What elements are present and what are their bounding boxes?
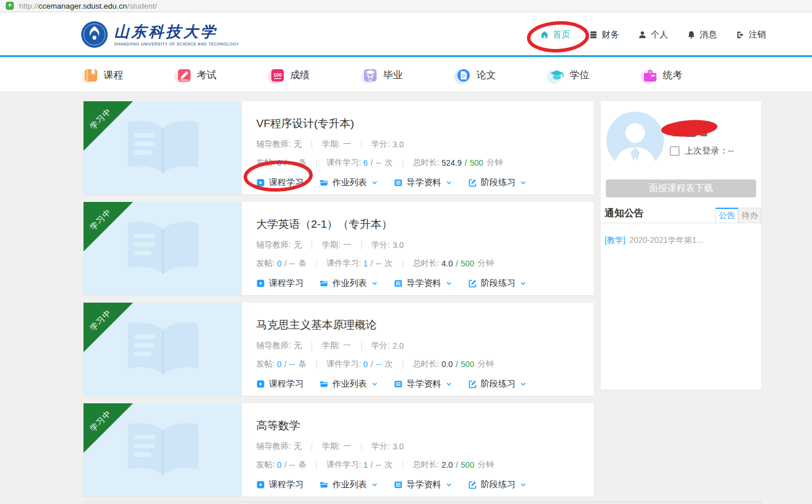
course-info: 大学英语（2-1）（专升本） 辅导教师: 无 学期: 一 学分: 3.0 发帖:…	[242, 202, 594, 295]
action-label: 课程学习	[269, 379, 303, 390]
sub-nav-item[interactable]: 100 成绩	[270, 68, 310, 83]
slash: /	[371, 259, 373, 268]
course-stats: 发帖: 0 / -- 条 课件学习: 1 / -- 次 总时长: 4.0 / 5…	[256, 258, 583, 269]
lessons-unit: 次	[385, 158, 393, 168]
browser-address-bar[interactable]: + http://ccemanager.sdust.edu.cn/student…	[0, 0, 812, 12]
duration-value: 0.0	[442, 360, 453, 369]
guide-materials-link[interactable]: 导学资料	[394, 479, 452, 490]
lessons-count: 0	[363, 360, 368, 369]
finance-icon	[589, 30, 598, 39]
exam-icon	[177, 68, 192, 83]
posts-count: 0	[277, 460, 282, 469]
action-label: 作业列表	[332, 379, 367, 390]
sub-nav-label: 毕业	[383, 68, 403, 82]
course-stats: 发帖: 0 / -- 条 课件学习: 0 / -- 次 总时长: 0.0 / 5…	[256, 359, 583, 369]
posts-label: 发帖:	[256, 258, 275, 269]
logout-icon	[736, 30, 745, 39]
posts-unit: 条	[298, 258, 306, 269]
action-label: 课程学习	[269, 278, 303, 289]
course-actions: 课程学习 作业列表 导学资料 阶段练习	[256, 278, 583, 289]
course-title[interactable]: 大学英语（2-1）（专升本）	[256, 217, 583, 232]
guide-materials-link[interactable]: 导学资料	[394, 278, 452, 289]
sub-nav-item[interactable]: 统考	[643, 68, 682, 83]
teacher-label: 辅导教师:	[256, 240, 291, 250]
duration-unit: 分钟	[487, 158, 503, 168]
homework-list-link[interactable]: 作业列表	[320, 479, 378, 490]
top-nav-item[interactable]: 首页	[540, 29, 570, 40]
list-icon	[394, 480, 403, 489]
user-avatar[interactable]	[606, 112, 664, 169]
course-thumbnail[interactable]: 学习中	[84, 403, 242, 497]
sub-nav-label: 考试	[197, 68, 217, 82]
course-study-link[interactable]: 课程学习	[256, 479, 303, 490]
course-thumbnail[interactable]: 学习中	[84, 101, 242, 194]
posts-unit: 条	[298, 460, 306, 470]
lessons-unit: 次	[385, 359, 393, 369]
top-nav-item[interactable]: 个人	[638, 29, 668, 40]
course-study-link[interactable]: 课程学习	[256, 278, 303, 289]
home-icon	[540, 30, 549, 39]
slash: /	[284, 360, 287, 369]
divider	[361, 442, 362, 451]
course-title[interactable]: 马克思主义基本原理概论	[256, 318, 583, 333]
duration-total: 500	[461, 259, 474, 268]
course-thumbnail[interactable]: 学习中	[84, 202, 242, 295]
sub-nav-label: 统考	[663, 68, 682, 82]
edit-icon	[468, 178, 477, 187]
stage-practice-link[interactable]: 阶段练习	[468, 379, 526, 390]
stage-practice-link[interactable]: 阶段练习	[468, 479, 526, 490]
action-label: 阶段练习	[481, 278, 515, 289]
divider	[316, 360, 317, 369]
svg-text:100: 100	[273, 72, 282, 78]
lessons-total: --	[375, 460, 381, 469]
top-nav-label: 个人	[651, 29, 668, 40]
credits-value: 2.0	[393, 341, 404, 350]
credits-label: 学分:	[371, 441, 390, 452]
timetable-download-button[interactable]: 面授课程表下载	[606, 180, 756, 197]
course-study-link[interactable]: 课程学习	[256, 379, 303, 390]
homework-list-link[interactable]: 作业列表	[320, 278, 378, 289]
sub-nav-item[interactable]: 毕业	[363, 68, 403, 83]
action-label: 导学资料	[407, 479, 441, 490]
university-emblem-icon	[81, 21, 108, 48]
chevron-down-icon	[371, 381, 378, 387]
duration-label: 总时长:	[413, 158, 439, 168]
sub-nav-item[interactable]: 课程	[84, 68, 123, 83]
edit-icon	[468, 279, 477, 288]
divider	[361, 241, 362, 250]
stage-practice-link[interactable]: 阶段练习	[468, 278, 526, 289]
chevron-down-icon	[446, 280, 452, 287]
course-study-link[interactable]: 课程学习	[256, 177, 303, 188]
posts-count: 0	[277, 259, 282, 268]
top-nav-item[interactable]: 消息	[687, 29, 717, 40]
homework-list-link[interactable]: 作业列表	[320, 379, 378, 390]
slash: /	[371, 158, 373, 167]
security-shield-icon[interactable]: +	[6, 2, 14, 10]
sub-nav-item[interactable]: 学位	[549, 68, 589, 83]
posts-unit: 条	[298, 359, 306, 369]
notice-tab[interactable]: 公告	[715, 208, 738, 223]
guide-materials-link[interactable]: 导学资料	[394, 379, 452, 390]
lessons-label: 课件学习:	[327, 359, 361, 369]
university-logo[interactable]: 山东科技大学 SHANDONG UNIVERSITY OF SCIENCE AN…	[81, 21, 239, 48]
top-nav-item[interactable]: 财务	[589, 29, 619, 40]
notice-item[interactable]: [教学]2020-2021学年第1...	[605, 230, 757, 251]
top-nav-item[interactable]: 注销	[736, 29, 766, 40]
homework-list-link[interactable]: 作业列表	[320, 177, 378, 188]
bell-icon	[687, 30, 696, 39]
course-title[interactable]: 高等数学	[256, 418, 583, 433]
course-thumbnail[interactable]: 学习中	[84, 303, 242, 396]
notice-tab[interactable]: 待办	[738, 208, 761, 223]
course-title[interactable]: VF程序设计(专升本)	[256, 116, 583, 131]
posts-total: --	[290, 158, 295, 167]
guide-materials-link[interactable]: 导学资料	[394, 177, 452, 188]
sub-nav-item[interactable]: 考试	[177, 68, 217, 83]
folder-icon	[320, 178, 328, 187]
page-url[interactable]: http://ccemanager.sdust.edu.cn/student/	[19, 2, 157, 10]
url-path: /student/	[127, 2, 157, 10]
sub-nav-item[interactable]: 论文	[456, 68, 496, 83]
last-login-text: 上次登录：--	[685, 146, 734, 156]
stage-practice-link[interactable]: 阶段练习	[468, 177, 526, 188]
slash: /	[284, 259, 287, 268]
posts-total: --	[290, 360, 295, 369]
